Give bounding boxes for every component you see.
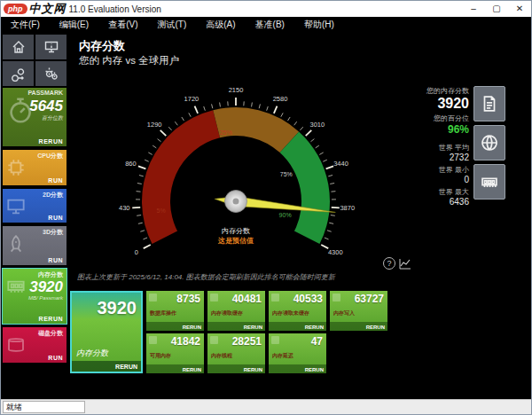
your-score-value: 3920 xyxy=(402,96,469,112)
nav-button-system-info[interactable] xyxy=(35,35,66,59)
menu-item[interactable]: 测试(T) xyxy=(147,17,196,33)
subtest-tile[interactable]: 8735数据库操作RERUN xyxy=(146,291,204,331)
help-icon[interactable]: ? xyxy=(383,257,395,270)
gauge-segment xyxy=(280,131,330,244)
subtest-icon xyxy=(149,294,157,301)
sidebar-tile-cpu[interactable]: CPU分数RUN xyxy=(3,150,66,185)
subtest-icon xyxy=(271,336,279,344)
subtest-value: 40533 xyxy=(293,293,323,305)
subtest-value: 8735 xyxy=(176,293,200,305)
report-button[interactable] xyxy=(473,86,505,121)
world-stat-label: 世界 最大 xyxy=(402,187,469,197)
sidebar-tile-passmark[interactable]: PASSMARK5645百分位数RERUN xyxy=(3,88,66,146)
gauge-tick xyxy=(316,145,319,148)
subtest-tile[interactable]: 40533内存读取未缓存RERUN xyxy=(269,291,326,331)
gauge-tick-label: 0 xyxy=(135,248,138,256)
world-stat-label: 世界 最小 xyxy=(402,165,469,175)
gauge-tick xyxy=(138,223,143,223)
world-stat-value: 0 xyxy=(402,175,469,184)
right-buttons xyxy=(473,86,505,200)
gauge-tick-label: 1290 xyxy=(147,121,162,129)
nav-button-settings[interactable] xyxy=(35,61,66,86)
sidebar-tile-g2d[interactable]: 2D分数RUN xyxy=(3,189,66,223)
percentile-label: 您的百分位 xyxy=(402,114,469,123)
gauge-tick xyxy=(132,208,140,208)
gauge-tick xyxy=(182,117,184,121)
status-text: 就绪 xyxy=(3,401,85,413)
gauge-tick xyxy=(153,145,156,148)
tile-subtitle: MB/ Passmark xyxy=(28,295,63,301)
subtest-rerun-button[interactable]: RERUN xyxy=(366,325,385,330)
chart-icon[interactable] xyxy=(399,257,411,270)
gauge-tick xyxy=(137,184,142,184)
subtest-label: 内存读取未缓存 xyxy=(272,309,309,317)
tile-run-button[interactable]: RUN xyxy=(48,257,63,263)
subtest-tile[interactable]: 47内存延迟RERUN xyxy=(269,333,326,373)
subtest-tile[interactable]: 63727内存写入RERUN xyxy=(330,291,387,331)
tile-run-button[interactable]: RERUN xyxy=(39,316,63,322)
subtest-value: 47 xyxy=(311,335,323,348)
gauge-percentile-marker: 75% xyxy=(280,171,293,177)
gauge-percentile-marker: 5% xyxy=(157,208,166,214)
subtest-rerun-button[interactable]: RERUN xyxy=(183,367,201,372)
nav-button-home[interactable] xyxy=(3,35,34,59)
gauge-tick xyxy=(259,104,260,108)
subtest-tile[interactable]: 28251内存线程RERUN xyxy=(207,333,265,373)
main-tile-label: 内存分数 xyxy=(76,348,108,359)
status-bar: 就绪 xyxy=(1,399,531,414)
ram-module-button[interactable] xyxy=(473,164,505,200)
subtest-label: 数据库操作 xyxy=(150,309,176,317)
menu-item[interactable]: 高级(A) xyxy=(196,17,245,33)
cpu-chip-icon xyxy=(5,157,27,182)
sidebar-tile-disk[interactable]: 磁盘分数RUN xyxy=(3,327,66,363)
tile-run-button[interactable]: RUN xyxy=(48,215,63,221)
menu-item[interactable]: 编辑(E) xyxy=(50,17,98,33)
sidebar-tile-memory[interactable]: 内存分数3920MB/ PassmarkRERUN xyxy=(3,269,66,324)
tile-run-button[interactable]: RERUN xyxy=(39,138,63,145)
gauge-tick-label: 2150 xyxy=(229,86,244,94)
world-stat-label: 世界 平均 xyxy=(402,143,469,153)
gauge-tick xyxy=(137,215,141,216)
subtest-tile[interactable]: 41842可用内存RERUN xyxy=(146,333,204,373)
sidebar-nav xyxy=(3,35,66,86)
tile-run-button[interactable]: RUN xyxy=(48,177,63,184)
percentile-value: 96% xyxy=(402,123,469,136)
subtest-rerun-button[interactable]: RERUN xyxy=(305,367,324,372)
minimize-button[interactable]: – xyxy=(462,1,485,17)
gauge-tick xyxy=(145,160,149,161)
sidebar-tile-g3d[interactable]: 3D分数RUN xyxy=(3,226,66,265)
disk-icon xyxy=(5,334,27,359)
subtest-rerun-button[interactable]: RERUN xyxy=(183,325,201,330)
window-title: 11.0 Evaluation Version xyxy=(69,4,161,14)
gauge-tick xyxy=(220,103,221,107)
world-stat-value: 6436 xyxy=(402,197,469,207)
gauge-tick xyxy=(294,121,297,125)
menu-item[interactable]: 查看(V) xyxy=(98,17,147,33)
subtest-rerun-button[interactable]: RERUN xyxy=(244,325,262,330)
maximize-button[interactable]: ▢ xyxy=(485,1,508,17)
menu-item[interactable]: 帮助(H) xyxy=(294,17,344,33)
main-tile-rerun-button[interactable]: RERUN xyxy=(115,364,137,370)
gauge-percentile-marker: 90% xyxy=(279,212,292,218)
close-button[interactable]: ✕ xyxy=(508,1,531,17)
menu-item[interactable]: 文件(F) xyxy=(1,17,50,33)
subtest-value: 28251 xyxy=(232,335,262,348)
menu-item[interactable]: 基准(B) xyxy=(246,17,294,33)
world-stat-value: 2732 xyxy=(402,153,469,162)
price-icon xyxy=(11,66,27,82)
memory-score-main-tile[interactable]: 3920 内存分数 RERUN xyxy=(70,291,143,373)
subtest-rerun-button[interactable]: RERUN xyxy=(244,367,262,372)
page-title: 内存分数 xyxy=(79,38,125,54)
tile-run-button[interactable]: RUN xyxy=(48,355,63,361)
subtest-tile[interactable]: 40481内存读取缓存RERUN xyxy=(207,291,265,331)
gauge-tick-label: 2580 xyxy=(273,95,288,103)
globe-button[interactable] xyxy=(473,125,505,161)
rocket-icon xyxy=(5,233,27,258)
gauge-tick xyxy=(252,103,253,107)
gauge-tick xyxy=(323,160,327,161)
subtest-rerun-button[interactable]: RERUN xyxy=(305,325,324,330)
gauge-percentile-marker: 25% xyxy=(220,129,232,136)
subtest-value: 63727 xyxy=(355,293,384,305)
cpu-chip-icon xyxy=(5,157,27,178)
nav-button-price[interactable] xyxy=(3,61,34,86)
